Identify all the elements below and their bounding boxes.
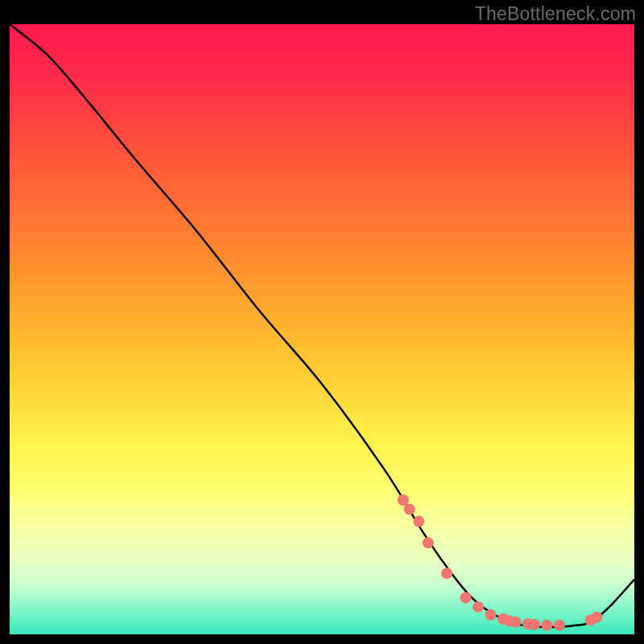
curve-dot [591, 612, 602, 623]
curve-dot [441, 568, 452, 579]
curve-dots-group [398, 494, 603, 630]
curve-dot [473, 601, 484, 613]
curve-dot [541, 620, 552, 631]
chart-plot-area [10, 24, 634, 634]
curve-dot [554, 620, 565, 631]
curve-dot [398, 494, 409, 506]
chart-svg [10, 24, 634, 634]
curve-dot [510, 617, 522, 628]
curve-dot [485, 609, 497, 621]
curve-dot [585, 615, 597, 626]
curve-dot [497, 613, 509, 625]
curve-dot [529, 619, 540, 630]
chart-container: TheBottleneck.com [0, 0, 644, 644]
curve-dot [404, 504, 415, 515]
curve-dot [413, 516, 424, 527]
curve-dot [423, 537, 434, 548]
curve-dot [504, 615, 515, 626]
bottleneck-curve [10, 24, 634, 627]
curve-dot [522, 618, 534, 630]
watermark-label: TheBottleneck.com [475, 3, 636, 25]
curve-dot [460, 592, 471, 604]
